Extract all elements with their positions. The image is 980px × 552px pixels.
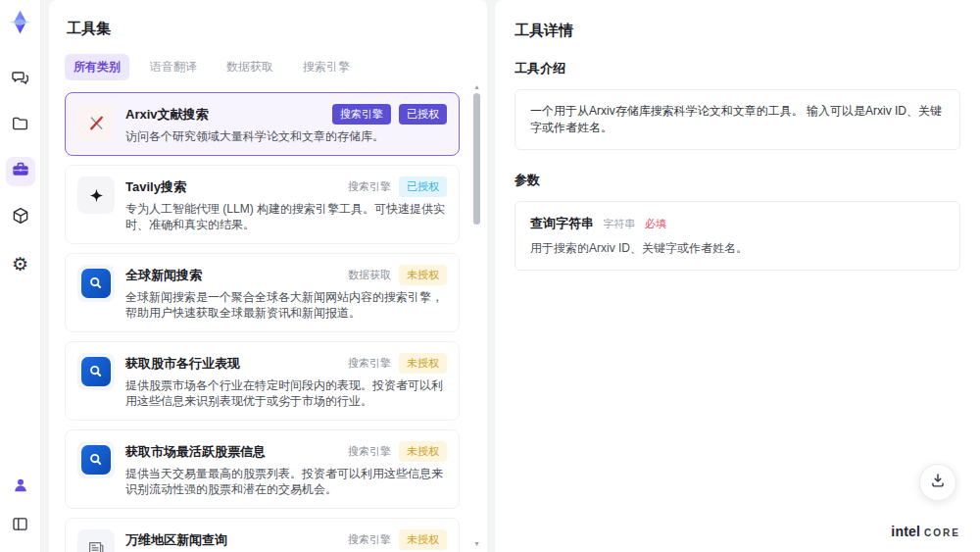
detail-title: 工具详情 [514, 22, 960, 40]
tool-card-body: Tavily搜索搜索引擎已授权专为人工智能代理 (LLM) 构建的搜索引擎工具。… [125, 176, 447, 232]
folder-icon [11, 114, 30, 137]
tool-title: 获取股市各行业表现 [125, 353, 342, 373]
arxiv-logo-icon [77, 104, 115, 141]
auth-badge: 未授权 [399, 353, 447, 374]
sidebar-rail: ⚙ [0, 0, 41, 552]
sidebar-item-tools[interactable] [6, 157, 35, 186]
sidebar-item-files[interactable] [6, 111, 35, 140]
sidebar-item-account[interactable] [6, 473, 35, 502]
sidebar-item-chat[interactable] [6, 65, 35, 94]
tool-detail-panel: 工具详情 工具介绍 一个用于从Arxiv存储库搜索科学论文和文章的工具。 输入可… [495, 0, 980, 552]
news-search-icon [77, 353, 115, 390]
page-title: 工具集 [67, 20, 487, 38]
tool-card-body: 万维地区新闻查询搜索引擎未授权查询具体行政区划内的新闻，快速了解各地新闻动 [125, 529, 447, 552]
download-icon [929, 472, 947, 493]
cube-icon [11, 206, 30, 229]
auth-badge: 未授权 [399, 529, 447, 550]
scrollbar[interactable]: ▴ ▾ [471, 82, 482, 548]
tool-card-body: Arxiv文献搜索搜索引擎已授权访问各个研究领域大量科学论文和文章的存储库。 [125, 104, 447, 144]
sidebar-item-packages[interactable] [6, 203, 35, 232]
tool-card[interactable]: Arxiv文献搜索搜索引擎已授权访问各个研究领域大量科学论文和文章的存储库。 [65, 92, 460, 156]
tool-description: 访问各个研究领域大量科学论文和文章的存储库。 [125, 128, 447, 144]
tool-card-header: 获取股市各行业表现搜索引擎未授权 [125, 353, 447, 374]
panel-collapse-icon [11, 515, 29, 537]
category-badge: 搜索引擎 [348, 529, 391, 550]
category-badge: 搜索引擎 [348, 353, 391, 374]
core-wordmark: CORE [924, 527, 960, 538]
news-search-icon [77, 441, 115, 478]
category-badge: 搜索引擎 [348, 441, 391, 462]
tool-card-body: 获取股市各行业表现搜索引擎未授权提供股票市场各个行业在特定时间段内的表现。投资者… [125, 353, 447, 409]
tool-card-header: 获取市场最活跃股票信息搜索引擎未授权 [125, 441, 447, 462]
category-tabs: 所有类别语音翻译数据获取搜索引擎 [65, 54, 487, 80]
tool-card-body: 全球新闻搜索数据获取未授权全球新闻搜索是一个聚合全球各大新闻网站内容的搜索引擎，… [125, 265, 447, 321]
intro-heading: 工具介绍 [514, 60, 960, 77]
auth-badge: 未授权 [399, 441, 447, 462]
tool-card-header: 全球新闻搜索数据获取未授权 [125, 265, 447, 285]
tool-badges: 搜索引擎已授权 [348, 176, 447, 197]
param-required-badge: 必填 [645, 218, 666, 229]
tool-card-header: Arxiv文献搜索搜索引擎已授权 [125, 104, 447, 125]
sidebar-item-settings[interactable]: ⚙ [6, 249, 35, 278]
tool-description: 全球新闻搜索是一个聚合全球各大新闻网站内容的搜索引擎，帮助用户快速获取全球最新资… [125, 289, 447, 321]
tool-badges: 搜索引擎未授权 [348, 353, 447, 374]
category-tab[interactable]: 数据获取 [218, 54, 282, 80]
tools-panel: 工具集 所有类别语音翻译数据获取搜索引擎 Arxiv文献搜索搜索引擎已授权访问各… [49, 0, 487, 552]
tool-card[interactable]: 获取市场最活跃股票信息搜索引擎未授权提供当天交易量最高的股票列表。投资者可以利用… [65, 429, 460, 509]
sidebar-bottom [6, 473, 35, 540]
chat-icon [11, 68, 30, 91]
newspaper-icon [77, 529, 115, 552]
intel-core-logo: intel CORE [891, 524, 960, 539]
scrollbar-thumb[interactable] [473, 93, 480, 225]
tool-badges: 数据获取未授权 [348, 265, 447, 285]
tool-card[interactable]: Tavily搜索搜索引擎已授权专为人工智能代理 (LLM) 构建的搜索引擎工具。… [65, 165, 460, 244]
news-search-icon [77, 265, 115, 302]
param-name: 查询字符串 [530, 216, 594, 230]
tavily-star-icon [77, 176, 115, 214]
param-type: 字符串 [603, 218, 635, 229]
tool-badges: 搜索引擎未授权 [348, 441, 447, 462]
tool-description: 专为人工智能代理 (LLM) 构建的搜索引擎工具。可快速提供实时、准确和真实的结… [125, 201, 447, 232]
tool-badges: 搜索引擎已授权 [332, 104, 447, 125]
intel-wordmark: intel [891, 524, 920, 539]
app-logo-icon[interactable] [7, 9, 33, 35]
tool-card-header: 万维地区新闻查询搜索引擎未授权 [125, 529, 447, 550]
tool-title: Tavily搜索 [125, 176, 342, 196]
tool-title: 全球新闻搜索 [125, 265, 342, 284]
auth-badge: 已授权 [399, 176, 447, 197]
tool-card[interactable]: 万维地区新闻查询搜索引擎未授权查询具体行政区划内的新闻，快速了解各地新闻动 [65, 518, 460, 552]
intro-box: 一个用于从Arxiv存储库搜索科学论文和文章的工具。 输入可以是Arxiv ID… [514, 89, 960, 150]
param-box: 查询字符串 字符串 必填 用于搜索的Arxiv ID、关键字或作者姓名。 [514, 201, 960, 271]
tool-description: 提供股票市场各个行业在特定时间段内的表现。投资者可以利用这些信息来识别表现优于或… [125, 377, 447, 409]
user-icon [11, 476, 30, 499]
tool-card[interactable]: 获取股市各行业表现搜索引擎未授权提供股票市场各个行业在特定时间段内的表现。投资者… [65, 341, 460, 421]
tool-title: 万维地区新闻查询 [125, 529, 342, 549]
param-header: 查询字符串 字符串 必填 [530, 215, 945, 232]
tool-title: Arxiv文献搜索 [125, 104, 326, 124]
tool-list: Arxiv文献搜索搜索引擎已授权访问各个研究领域大量科学论文和文章的存储库。Ta… [65, 92, 487, 552]
param-description: 用于搜索的Arxiv ID、关键字或作者姓名。 [530, 240, 945, 257]
category-tab[interactable]: 语音翻译 [141, 54, 206, 80]
auth-badge: 已授权 [399, 104, 447, 125]
category-badge: 搜索引擎 [348, 176, 391, 197]
params-heading: 参数 [514, 172, 960, 189]
category-badge: 数据获取 [348, 265, 391, 285]
gear-icon: ⚙ [12, 255, 28, 274]
tool-card-body: 获取市场最活跃股票信息搜索引擎未授权提供当天交易量最高的股票列表。投资者可以利用… [125, 441, 447, 497]
sidebar-item-collapse[interactable] [6, 511, 35, 540]
category-tab[interactable]: 搜索引擎 [294, 54, 359, 80]
app-window: ⚙ [0, 0, 980, 552]
sidebar-nav: ⚙ [6, 65, 35, 278]
tool-card[interactable]: 全球新闻搜索数据获取未授权全球新闻搜索是一个聚合全球各大新闻网站内容的搜索引擎，… [65, 253, 460, 332]
tool-card-header: Tavily搜索搜索引擎已授权 [125, 176, 447, 197]
scroll-down-icon[interactable]: ▾ [471, 539, 482, 548]
briefcase-icon [11, 160, 30, 183]
category-tab[interactable]: 所有类别 [65, 54, 129, 80]
tool-description: 提供当天交易量最高的股票列表。投资者可以利用这些信息来识别流动性强的股票和潜在的… [125, 466, 447, 497]
download-button[interactable] [919, 464, 956, 501]
auth-badge: 未授权 [399, 265, 447, 285]
tool-badges: 搜索引擎未授权 [348, 529, 447, 550]
scroll-up-icon[interactable]: ▴ [471, 82, 482, 91]
category-badge: 搜索引擎 [332, 104, 391, 125]
tool-title: 获取市场最活跃股票信息 [125, 441, 342, 461]
